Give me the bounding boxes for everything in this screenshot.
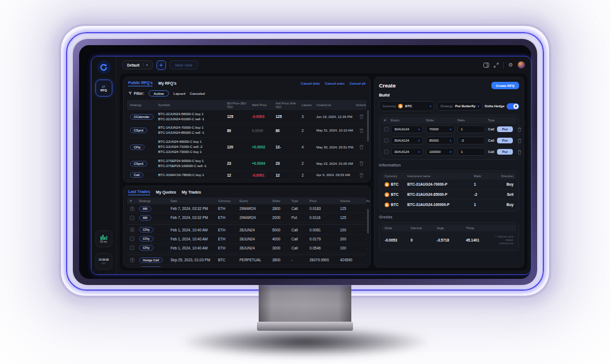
trade-expiry: 28JUN24	[239, 228, 272, 232]
trades-tabs: Last Trades My Quotes My Trades	[124, 186, 370, 198]
created-at: Jun 19, 2024, 12:36 PM	[316, 115, 356, 119]
table-row[interactable]: 1 RR Feb 7, 2024, 03:32 PM ETH 29MAR24 2…	[127, 204, 367, 213]
filter-active[interactable]: Active	[149, 90, 169, 97]
strategy-badge: CSprd	[130, 128, 147, 133]
currency-select[interactable]: Currency ฿ BTC ▾	[379, 101, 434, 111]
ask-price[interactable]: 23	[276, 161, 302, 165]
strategy-select[interactable]: Strategy Put Butterfly ▾	[437, 102, 482, 111]
sidebar-item-rfq[interactable]: ⇄ RFQ	[95, 80, 112, 97]
cancel-asks-link[interactable]: Cancel asks	[325, 82, 345, 85]
strategy-badge: RR	[139, 215, 151, 221]
ratio-input[interactable]: -2	[457, 137, 485, 144]
strike-select[interactable]: 100000▾	[426, 148, 455, 156]
group-number-icon[interactable]: 1	[130, 207, 134, 211]
table-row[interactable]: RR ETH-14FEB24-2600-P sell -1ETH-14FEB24…	[127, 180, 367, 182]
table-row[interactable]: CSprd BTC-14JUN24-70000-C buy 1BTC-14JUN…	[127, 124, 367, 138]
trade-date: Feb 1, 2024, 10:40 AM	[171, 246, 218, 250]
table-row[interactable]: 2 CFly Feb 1, 2024, 10:40 AM ETH 28JUN24…	[127, 224, 367, 235]
layout-panel-icon[interactable]	[483, 63, 489, 68]
trade-type: Call	[291, 207, 310, 210]
group-number-icon[interactable]: 2	[130, 227, 134, 232]
build-row: 30AUG24▾ 85000▾ -2 Call Put	[382, 135, 516, 146]
trade-price: 0.0546	[310, 246, 340, 250]
add-view-button[interactable]: +	[156, 60, 166, 70]
trash-icon[interactable]	[517, 127, 522, 132]
put-option[interactable]: Put	[497, 149, 513, 155]
tab-public-rfqs[interactable]: Public RFQ's	[128, 81, 152, 86]
created-at: May 23, 2024, 01:05 AM	[316, 162, 356, 165]
workspace-selector[interactable]: Default ▾	[122, 60, 153, 69]
greek-theta: 45.1401	[466, 238, 495, 242]
trash-icon[interactable]	[517, 150, 522, 155]
call-option[interactable]: Call	[488, 150, 494, 154]
table-row[interactable]: Call BTC-31MAY24-78000-C buy 1 12 -0.000…	[127, 171, 367, 180]
drag-handle-icon[interactable]	[384, 127, 389, 131]
tab-my-trades[interactable]: My Trades	[182, 190, 201, 195]
ask-price[interactable]: 80	[276, 129, 302, 133]
rfq-filter-row: Filter: Active Lapsed Canceled	[124, 89, 370, 100]
trash-icon[interactable]	[359, 144, 364, 150]
trade-strike: 4000	[272, 237, 291, 241]
tab-last-trades[interactable]: Last Trades	[128, 190, 150, 195]
trade-currency: ETH	[218, 246, 239, 250]
table-row[interactable]: CFly Feb 1, 2024, 10:40 AM ETH 28JUN24 3…	[127, 244, 367, 253]
rfq-scrollbar[interactable]	[367, 110, 369, 142]
monitor-stand-shadow	[181, 327, 429, 357]
ask-price[interactable]: 125	[276, 115, 302, 119]
create-rfq-button[interactable]: Create RFQ	[491, 82, 519, 89]
cancel-bids-link[interactable]: Cancel bids	[301, 82, 320, 85]
drag-handle-icon[interactable]	[384, 150, 389, 154]
expiry-select[interactable]: 30AUG24▾	[391, 125, 423, 133]
table-row[interactable]: Hedge Call Sep 25, 2023, 01:03 PM BTC 29…	[127, 265, 367, 267]
table-row[interactable]: RR Feb 7, 2024, 03:32 PM ETH 29MAR24 200…	[127, 213, 367, 222]
table-row[interactable]: CFly BTC-2JUN24-69000-C buy 1BTC-2JUN24-…	[127, 138, 367, 157]
table-row[interactable]: CSprd BTC-27SEP24-90000-C buy 1BTC-27SEP…	[127, 157, 367, 171]
expiry-select[interactable]: 30AUG24▾	[391, 137, 423, 144]
trade-expiry: 29MAR24	[239, 207, 272, 210]
filter-lapsed[interactable]: Lapsed	[173, 92, 185, 95]
trades-panel: Last Trades My Quotes My Trades # Strate…	[123, 186, 371, 267]
ask-price[interactable]: 12	[276, 173, 302, 177]
cancel-all-link[interactable]: Cancel all	[350, 82, 365, 85]
trash-icon[interactable]	[359, 128, 364, 133]
ratio-input[interactable]: 1	[457, 125, 485, 133]
bid-price[interactable]: 23	[227, 161, 252, 165]
put-option[interactable]: Put	[497, 138, 513, 143]
table-row[interactable]: CCalendar BTC-22JUN24-58000-C buy 1BTC-2…	[127, 110, 367, 124]
gear-icon[interactable]: ⚙	[508, 63, 513, 68]
group-number-icon[interactable]	[130, 216, 134, 220]
bid-price[interactable]: 120	[227, 145, 252, 149]
group-number-icon[interactable]	[130, 245, 134, 250]
trash-icon[interactable]	[359, 114, 364, 119]
table-row[interactable]: CFly Feb 1, 2024, 10:40 AM ETH 28JUN24 4…	[127, 235, 367, 244]
call-option[interactable]: Call	[488, 139, 494, 142]
call-option[interactable]: Call	[488, 128, 494, 131]
trades-scrollbar[interactable]	[367, 209, 369, 234]
tab-my-rfqs[interactable]: My RFQ's	[158, 81, 176, 86]
bid-price[interactable]: 80	[227, 129, 252, 133]
delta-hedge-toggle[interactable]: ฿	[507, 103, 519, 109]
trash-icon[interactable]	[359, 161, 364, 166]
expand-icon[interactable]	[494, 63, 499, 68]
group-number-icon[interactable]	[130, 236, 134, 241]
drag-handle-icon[interactable]	[384, 138, 389, 143]
ratio-input[interactable]: 1	[457, 148, 485, 156]
trash-icon[interactable]	[517, 138, 522, 143]
bid-price[interactable]: 125	[227, 115, 252, 119]
ask-price[interactable]: 12-	[276, 145, 302, 149]
avatar[interactable]	[517, 61, 525, 69]
trash-icon[interactable]	[359, 173, 364, 178]
table-row[interactable]: 3 Hedge Call Sep 25, 2023, 01:03 PM BTC …	[127, 255, 367, 265]
put-option[interactable]: Put	[497, 126, 513, 132]
latency-value: 53 ms	[100, 240, 107, 243]
group-number-icon[interactable]: 3	[130, 258, 134, 262]
strike-select[interactable]: 85000▾	[426, 137, 455, 144]
tab-my-quotes[interactable]: My Quotes	[156, 190, 176, 195]
expiry-select[interactable]: 30AUG24▾	[391, 148, 423, 156]
bid-price[interactable]: 12	[227, 173, 252, 177]
trade-type: Call	[291, 246, 310, 250]
cancel-links: Cancel bids Cancel asks Cancel all	[301, 82, 365, 85]
save-view-button[interactable]: Save view	[169, 60, 198, 69]
strike-select[interactable]: 70000▾	[426, 125, 455, 133]
filter-canceled[interactable]: Canceled	[190, 92, 205, 95]
